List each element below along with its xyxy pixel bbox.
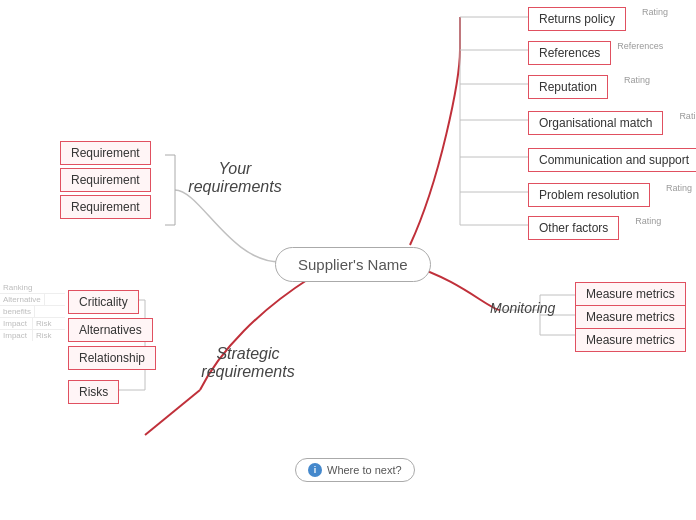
monitoring-label-node: Monitoring bbox=[490, 300, 555, 316]
risks-node[interactable]: Risks bbox=[68, 380, 119, 404]
svg-line-9 bbox=[145, 390, 200, 435]
references-label: References bbox=[528, 41, 611, 65]
criticality-label: Criticality bbox=[68, 290, 139, 314]
measure-3-label: Measure metrics bbox=[575, 328, 686, 352]
eval-org-match[interactable]: Organisational match Rating bbox=[528, 111, 663, 135]
eval-other-factors[interactable]: Other factors Rating bbox=[528, 216, 619, 240]
measure-1-label: Measure metrics bbox=[575, 282, 686, 306]
eval-problem-resolution[interactable]: Problem resolution Rating bbox=[528, 183, 650, 207]
supplier-name-label: Supplier's Name bbox=[275, 247, 431, 282]
strategic-title: Strategic requirements bbox=[201, 345, 294, 381]
impact-risk-row-2: Impact Risk bbox=[0, 330, 65, 341]
requirements-title: Your requirements bbox=[188, 160, 281, 196]
reputation-tag: Rating bbox=[624, 75, 650, 85]
benefits-row: benefits bbox=[0, 306, 65, 318]
references-tag: References bbox=[617, 41, 663, 51]
measure-2[interactable]: Measure metrics bbox=[575, 305, 686, 329]
requirement-3[interactable]: Requirement bbox=[60, 195, 151, 219]
info-icon: i bbox=[308, 463, 322, 477]
monitoring-title: Monitoring bbox=[490, 300, 555, 316]
requirement-3-label: Requirement bbox=[60, 195, 151, 219]
requirement-2-label: Requirement bbox=[60, 168, 151, 192]
relationship-label: Relationship bbox=[68, 346, 156, 370]
strategic-label: Strategic requirements bbox=[188, 345, 308, 381]
alternatives-node[interactable]: Alternatives bbox=[68, 318, 153, 342]
alternative-row: Alternative bbox=[0, 294, 65, 306]
eval-returns-policy[interactable]: Returns policy Rating bbox=[528, 7, 626, 31]
returns-policy-label: Returns policy bbox=[528, 7, 626, 31]
eval-reputation[interactable]: Reputation Rating bbox=[528, 75, 608, 99]
alternatives-label: Alternatives bbox=[68, 318, 153, 342]
risks-label: Risks bbox=[68, 380, 119, 404]
measure-2-label: Measure metrics bbox=[575, 305, 686, 329]
measure-3[interactable]: Measure metrics bbox=[575, 328, 686, 352]
measure-1[interactable]: Measure metrics bbox=[575, 282, 686, 306]
returns-policy-tag: Rating bbox=[642, 7, 668, 17]
ranking-table: Ranking Alternative benefits Impact Risk… bbox=[0, 282, 65, 341]
ranking-header: Ranking bbox=[0, 282, 65, 294]
problem-resolution-label: Problem resolution bbox=[528, 183, 650, 207]
center-node[interactable]: Supplier's Name bbox=[275, 247, 431, 282]
org-match-tag: Rating bbox=[679, 111, 696, 121]
mind-map-canvas: Supplier's Name Your requirements Requir… bbox=[0, 0, 696, 520]
where-next-node[interactable]: i Where to next? bbox=[295, 458, 415, 482]
comm-support-label: Communication and support bbox=[528, 148, 696, 172]
eval-comm-support[interactable]: Communication and support bbox=[528, 148, 696, 172]
org-match-label: Organisational match bbox=[528, 111, 663, 135]
reputation-label: Reputation bbox=[528, 75, 608, 99]
other-factors-label: Other factors bbox=[528, 216, 619, 240]
requirements-label: Your requirements bbox=[180, 160, 290, 196]
requirement-1-label: Requirement bbox=[60, 141, 151, 165]
requirement-1[interactable]: Requirement bbox=[60, 141, 151, 165]
relationship-node[interactable]: Relationship bbox=[68, 346, 156, 370]
problem-resolution-tag: Rating bbox=[666, 183, 692, 193]
criticality-node[interactable]: Criticality bbox=[68, 290, 139, 314]
where-next-label: Where to next? bbox=[327, 464, 402, 476]
other-factors-tag: Rating bbox=[635, 216, 661, 226]
eval-references[interactable]: References References bbox=[528, 41, 611, 65]
requirement-2[interactable]: Requirement bbox=[60, 168, 151, 192]
impact-risk-row-1: Impact Risk bbox=[0, 318, 65, 330]
